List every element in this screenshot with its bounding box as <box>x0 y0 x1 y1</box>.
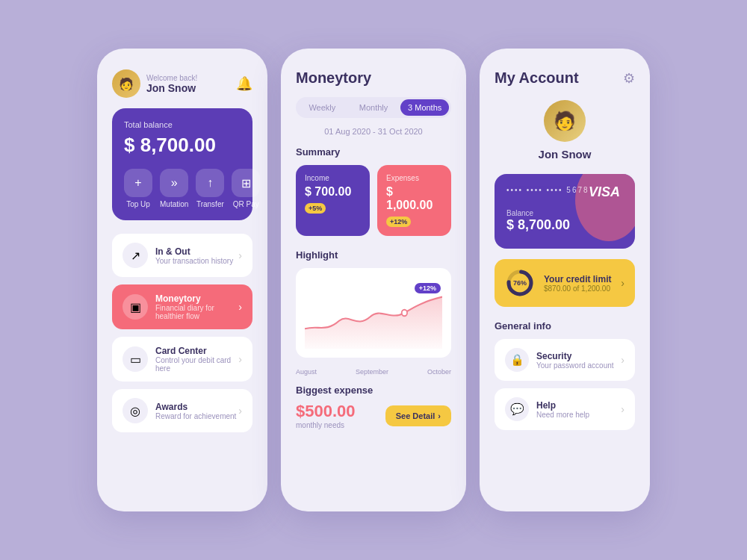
chart-label-october: October <box>427 368 451 376</box>
moneytory-arrow: › <box>238 301 242 313</box>
chart-label-september: September <box>356 368 388 376</box>
info-item-help[interactable]: 💬 Help Need more help › <box>495 388 635 430</box>
topup-icon: + <box>124 169 152 197</box>
qrpay-label: QR Pay <box>233 200 259 208</box>
action-buttons: + Top Up » Mutation ↑ Transfer ⊞ QR Pay <box>124 169 241 208</box>
moneytory-icon: ▣ <box>123 294 148 320</box>
balance-amount: $ 8,700.00 <box>124 134 241 157</box>
highlight-title: Highlight <box>296 249 451 261</box>
menu-item-moneytory[interactable]: ▣ Moneytory Financial diary for healthie… <box>112 284 252 329</box>
tab-3months[interactable]: 3 Months <box>400 99 449 116</box>
credit-donut: 76% <box>505 268 535 298</box>
expense-amount: $500.00 <box>296 402 356 421</box>
qrpay-icon: ⊞ <box>232 169 260 197</box>
user-name: Jon Snow <box>146 82 197 94</box>
security-title: Security <box>536 351 621 361</box>
mutation-icon: » <box>160 169 188 197</box>
cardcenter-icon: ▭ <box>123 346 148 372</box>
inout-subtitle: Your transaction history <box>155 257 238 265</box>
income-amount: $ 700.00 <box>305 185 361 199</box>
profile-name: Jon Snow <box>539 148 592 161</box>
avatar: 🧑 <box>112 69 140 98</box>
topup-label: Top Up <box>126 200 150 208</box>
see-detail-arrow-icon: › <box>438 411 441 420</box>
left-header: 🧑 Welcome back! Jon Snow 🔔 <box>112 69 252 98</box>
moneytory-title: Moneytory <box>155 293 238 304</box>
expenses-label: Expenses <box>386 174 442 182</box>
security-icon: 🔒 <box>505 348 529 372</box>
moneytory-subtitle: Financial diary for healthier flow <box>155 304 238 320</box>
help-sub: Need more help <box>536 411 621 419</box>
svg-point-0 <box>402 310 407 317</box>
chart-badge: +12% <box>415 283 441 293</box>
card-balance-label: Balance <box>506 209 623 217</box>
account-title: My Account <box>495 69 579 87</box>
security-sub: Your password account <box>536 361 621 370</box>
awards-title: Awards <box>155 402 238 412</box>
mutation-label: Mutation <box>160 200 188 208</box>
awards-arrow: › <box>238 405 242 417</box>
credit-sub: $870.00 of 1,200.00 <box>544 284 612 293</box>
info-item-security[interactable]: 🔒 Security Your password account › <box>495 339 635 381</box>
balance-card: Total balance $ 8,700.00 + Top Up » Muta… <box>112 108 252 220</box>
transfer-label: Transfer <box>196 200 224 208</box>
transfer-icon: ↑ <box>196 169 224 197</box>
credit-limit-card[interactable]: 76% Your credit limit $870.00 of 1,200.0… <box>495 259 635 307</box>
menu-item-awards[interactable]: ◎ Awards Reward for achievement › <box>112 389 252 432</box>
gear-icon[interactable]: ⚙ <box>623 70 635 87</box>
left-phone: 🧑 Welcome back! Jon Snow 🔔 Total balance… <box>97 49 267 511</box>
income-card: Income $ 700.00 +5% <box>296 165 370 236</box>
expenses-card: Expenses $ 1,000.00 +12% <box>377 165 451 236</box>
see-detail-button[interactable]: See Detail › <box>385 405 451 426</box>
expenses-amount: $ 1,000.00 <box>386 185 442 212</box>
right-header: My Account ⚙ <box>495 69 635 87</box>
summary-title: Summary <box>296 146 451 158</box>
summary-cards: Income $ 700.00 +5% Expenses $ 1,000.00 … <box>296 165 451 236</box>
menu-item-cardcenter[interactable]: ▭ Card Center Control your debit card he… <box>112 337 252 382</box>
tab-bar: Weekly Monthly 3 Months <box>296 97 451 118</box>
welcome-text: Welcome back! <box>146 74 197 82</box>
user-info: 🧑 Welcome back! Jon Snow <box>112 69 197 98</box>
right-phone: My Account ⚙ 🧑 Jon Snow •••• •••• •••• 5… <box>480 49 650 511</box>
inout-arrow: › <box>238 249 242 261</box>
credit-pct: 76% <box>505 268 535 298</box>
profile-avatar: 🧑 <box>544 100 586 142</box>
menu-item-inout[interactable]: ↗ In & Out Your transaction history › <box>112 234 252 277</box>
visa-logo: VISA <box>589 184 620 200</box>
cardcenter-subtitle: Control your debit card here <box>155 356 238 373</box>
general-info-title: General info <box>495 320 635 332</box>
profile-section: 🧑 Jon Snow <box>495 100 635 161</box>
chart-labels: August September October <box>296 368 451 376</box>
chart-label-august: August <box>296 368 317 376</box>
income-label: Income <box>305 174 361 182</box>
cardcenter-title: Card Center <box>155 346 238 356</box>
income-badge: +5% <box>305 203 326 214</box>
tab-monthly[interactable]: Monthly <box>350 99 398 116</box>
mutation-button[interactable]: » Mutation <box>160 169 188 208</box>
balance-label: Total balance <box>124 120 241 129</box>
awards-subtitle: Reward for achievement <box>155 412 238 420</box>
cardcenter-arrow: › <box>238 353 242 365</box>
help-title: Help <box>536 400 621 411</box>
visa-card: •••• •••• •••• 5678 VISA Balance $ 8,700… <box>495 174 635 249</box>
inout-icon: ↗ <box>123 243 148 268</box>
credit-arrow-icon: › <box>621 277 624 289</box>
qrpay-button[interactable]: ⊞ QR Pay <box>232 169 260 208</box>
transfer-button[interactable]: ↑ Transfer <box>196 169 224 208</box>
date-range: 01 Aug 2020 - 31 Oct 2020 <box>296 127 451 136</box>
chart-area: +12% <box>296 268 451 358</box>
inout-title: In & Out <box>155 246 238 257</box>
topup-button[interactable]: + Top Up <box>124 169 152 208</box>
bell-icon[interactable]: 🔔 <box>236 75 252 92</box>
tab-weekly[interactable]: Weekly <box>298 99 347 116</box>
biggest-expense-title: Biggest expense <box>296 385 451 396</box>
see-detail-label: See Detail <box>396 411 436 420</box>
expenses-badge: +12% <box>386 217 411 227</box>
biggest-expense-row: $500.00 monthly needs See Detail › <box>296 402 451 429</box>
expense-type: monthly needs <box>296 421 356 429</box>
awards-icon: ◎ <box>123 398 148 423</box>
help-arrow-icon: › <box>621 403 624 415</box>
help-icon: 💬 <box>505 397 529 421</box>
credit-title: Your credit limit <box>544 274 612 284</box>
center-phone: Moneytory Weekly Monthly 3 Months 01 Aug… <box>281 49 466 511</box>
